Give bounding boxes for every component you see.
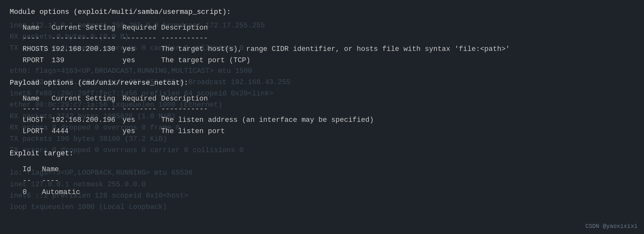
terminal-content: Module options (exploit/multi/samba/user… <box>0 0 644 234</box>
exploit-target-table: Id Name -- ---- 0 Automatic <box>23 164 634 198</box>
module-rhosts-required: yes <box>122 44 161 55</box>
payload-lport-name: LPORT <box>23 126 52 137</box>
module-header-name: Name <box>23 22 52 34</box>
payload-lhost-name: LHOST <box>23 114 52 126</box>
payload-table-header: Name Current Setting Required Descriptio… <box>23 93 634 104</box>
exploit-target-div-id: -- <box>23 175 42 186</box>
payload-div-setting: --------------- <box>52 104 122 114</box>
module-rhosts-description: The target host(s), range CIDR identifie… <box>161 44 634 55</box>
exploit-target-header: Id Name <box>23 164 634 175</box>
payload-header-required: Required <box>122 93 161 104</box>
payload-header-name: Name <box>23 93 52 104</box>
exploit-target-div-name: ---- <box>42 175 634 186</box>
module-rhosts-setting: 192.168.200.130 <box>52 44 122 55</box>
module-div-description: ----------- <box>161 34 634 44</box>
payload-header-setting: Current Setting <box>52 93 122 104</box>
payload-table: Name Current Setting Required Descriptio… <box>23 93 634 137</box>
watermark: CSDN @yaoxixixi <box>585 223 638 229</box>
module-table-divider: ---- --------------- -------- ----------… <box>23 34 634 44</box>
module-rhosts-name: RHOSTS <box>23 44 52 55</box>
terminal: inet 172.17.0.1 netmask 255.255.0.0 broa… <box>0 0 644 234</box>
module-table-header: Name Current Setting Required Descriptio… <box>23 22 634 34</box>
module-header-required: Required <box>122 22 161 34</box>
module-rport-setting: 139 <box>52 55 122 66</box>
payload-lhost-description: The listen address (an interface may be … <box>161 114 634 126</box>
module-div-name: ---- <box>23 34 52 44</box>
module-div-setting: --------------- <box>52 34 122 44</box>
module-row-rport: RPORT 139 yes The target port (TCP) <box>23 55 634 66</box>
module-header-description: Description <box>161 22 634 34</box>
payload-row-lport: LPORT 4444 yes The listen port <box>23 126 634 137</box>
payload-lport-setting: 4444 <box>52 126 122 137</box>
payload-lhost-required: yes <box>122 114 161 126</box>
exploit-target-row-0: 0 Automatic <box>23 187 634 198</box>
module-div-required: -------- <box>122 34 161 44</box>
payload-div-name: ---- <box>23 104 52 114</box>
payload-section-title: Payload options (cmd/unix/reverse_netcat… <box>10 77 634 89</box>
module-header-setting: Current Setting <box>52 22 122 34</box>
module-table: Name Current Setting Required Descriptio… <box>23 22 634 66</box>
module-section-title: Module options (exploit/multi/samba/user… <box>10 6 634 18</box>
payload-div-required: -------- <box>122 104 161 114</box>
payload-lhost-setting: 192.168.200.196 <box>52 114 122 126</box>
exploit-target-header-id: Id <box>23 164 42 175</box>
module-rport-required: yes <box>122 55 161 66</box>
payload-table-divider: ---- --------------- -------- ----------… <box>23 104 634 114</box>
payload-lport-description: The listen port <box>161 126 634 137</box>
payload-lport-required: yes <box>122 126 161 137</box>
module-rport-name: RPORT <box>23 55 52 66</box>
exploit-target-id-0: 0 <box>23 187 42 198</box>
exploit-target-divider: -- ---- <box>23 175 634 186</box>
exploit-target-name-0: Automatic <box>42 187 634 198</box>
module-rport-description: The target port (TCP) <box>161 55 634 66</box>
payload-div-description: ----------- <box>161 104 634 114</box>
exploit-target-header-name: Name <box>42 164 634 175</box>
payload-header-description: Description <box>161 93 634 104</box>
payload-row-lhost: LHOST 192.168.200.196 yes The listen add… <box>23 114 634 126</box>
module-row-rhosts: RHOSTS 192.168.200.130 yes The target ho… <box>23 44 634 55</box>
exploit-target-title: Exploit target: <box>10 148 634 159</box>
